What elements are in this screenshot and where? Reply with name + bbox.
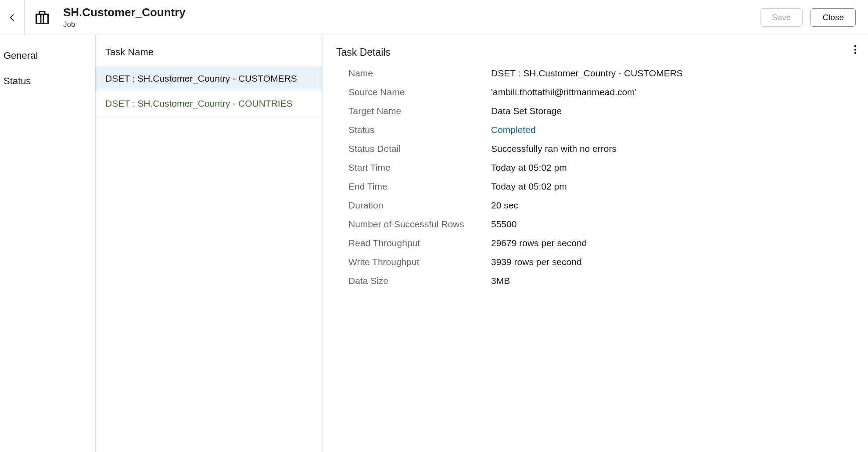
detail-value: Successfully ran with no errors [491, 143, 855, 154]
kebab-icon [854, 45, 857, 54]
detail-label: Write Throughput [348, 257, 491, 267]
detail-label: Start Time [348, 162, 491, 173]
page-header: SH.Customer_Country Job Save Close [0, 0, 868, 35]
svg-point-3 [854, 52, 856, 54]
more-actions-button[interactable] [849, 43, 862, 56]
page-subtitle: Job [63, 20, 760, 29]
detail-value: 'ambili.thottathil@rittmanmead.com' [491, 87, 855, 97]
detail-value: 3939 rows per second [491, 257, 855, 267]
detail-row: NameDSET : SH.Customer_Country - CUSTOME… [336, 64, 855, 83]
detail-label: Duration [348, 200, 491, 211]
sidebar-item-general[interactable]: General [0, 43, 95, 68]
detail-label: End Time [348, 181, 491, 192]
detail-row: StatusCompleted [336, 120, 855, 139]
details-title: Task Details [336, 47, 855, 58]
detail-row: Target NameData Set Storage [336, 101, 855, 120]
content: General Status Task Name DSET : SH.Custo… [0, 35, 868, 452]
task-item[interactable]: DSET : SH.Customer_Country - COUNTRIES [96, 91, 323, 116]
close-button[interactable]: Close [811, 8, 856, 27]
svg-rect-0 [36, 14, 48, 23]
briefcase-icon [34, 10, 50, 25]
svg-point-1 [854, 45, 856, 47]
page-title: SH.Customer_Country [63, 6, 760, 19]
job-icon-wrap [25, 0, 60, 35]
sidebar-nav: General Status [0, 35, 96, 452]
detail-label: Status Detail [348, 143, 491, 154]
detail-row: Read Throughput29679 rows per second [336, 233, 855, 252]
task-list: Task Name DSET : SH.Customer_Country - C… [96, 35, 323, 452]
detail-row: Duration20 sec [336, 196, 855, 215]
detail-label: Source Name [348, 87, 491, 97]
detail-label: Data Size [348, 276, 491, 286]
detail-label: Target Name [348, 106, 491, 116]
detail-label: Status [348, 125, 491, 135]
detail-row: Start TimeToday at 05:02 pm [336, 158, 855, 177]
detail-value: 3MB [491, 276, 855, 286]
detail-row: Write Throughput3939 rows per second [336, 252, 855, 271]
detail-value: 20 sec [491, 200, 855, 211]
header-actions: Save Close [760, 8, 868, 27]
detail-value: 55500 [491, 219, 855, 230]
task-item[interactable]: DSET : SH.Customer_Country - CUSTOMERS [96, 66, 323, 91]
status-value: Completed [491, 125, 855, 135]
detail-label: Read Throughput [348, 238, 491, 248]
chevron-left-icon [8, 13, 17, 22]
detail-value: Today at 05:02 pm [491, 162, 855, 173]
task-list-header: Task Name [96, 43, 323, 66]
details-panel: Task Details NameDSET : SH.Customer_Coun… [323, 35, 868, 452]
detail-value: 29679 rows per second [491, 238, 855, 248]
detail-row: Number of Successful Rows55500 [336, 215, 855, 233]
detail-row: End TimeToday at 05:02 pm [336, 177, 855, 196]
detail-row: Status DetailSuccessfully ran with no er… [336, 139, 855, 158]
detail-value: DSET : SH.Customer_Country - CUSTOMERS [491, 68, 855, 79]
svg-point-2 [854, 49, 856, 50]
save-button[interactable]: Save [760, 8, 803, 27]
title-block: SH.Customer_Country Job [60, 6, 760, 29]
detail-row: Source Name'ambili.thottathil@rittmanmea… [336, 83, 855, 101]
sidebar-item-status[interactable]: Status [0, 68, 95, 94]
detail-label: Number of Successful Rows [348, 219, 491, 230]
detail-value: Data Set Storage [491, 106, 855, 116]
detail-row: Data Size3MB [336, 271, 855, 290]
detail-label: Name [348, 68, 491, 79]
detail-value: Today at 05:02 pm [491, 181, 855, 192]
back-button[interactable] [0, 0, 25, 35]
